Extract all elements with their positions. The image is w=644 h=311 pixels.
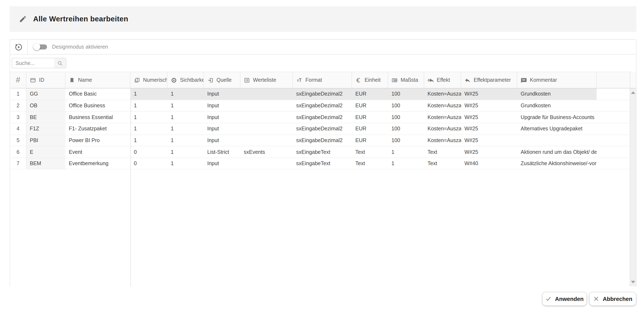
cell-format[interactable]: sxEingabeDezimal2: [293, 135, 352, 146]
cell-sichtbarkeit[interactable]: 1: [168, 158, 204, 169]
cell-numerisch[interactable]: 1: [130, 135, 168, 146]
cell-id[interactable]: GG: [26, 88, 66, 100]
cell-einheit[interactable]: EUR: [352, 100, 388, 111]
column-header-sichtbarkeit[interactable]: Sichtbarke: [168, 72, 204, 88]
cell-effekt[interactable]: Kosten=Ausza...: [424, 100, 461, 111]
cell-effektparameter[interactable]: W#25: [461, 146, 517, 157]
cell-kommentar[interactable]: Aktionen rund um das Objekt/ den ...: [517, 146, 596, 157]
cell-sichtbarkeit[interactable]: 1: [168, 135, 204, 146]
cell-name[interactable]: F1- Zusatzpaket: [66, 123, 130, 134]
cell-id[interactable]: BEM: [26, 158, 66, 169]
column-header-effekt[interactable]: Effekt: [424, 72, 461, 88]
cell-effekt[interactable]: Kosten=Ausza...: [424, 112, 461, 123]
vertical-scrollbar[interactable]: [630, 72, 636, 286]
cell-kommentar[interactable]: Zusätzliche Aktionshinweise/-vors...: [517, 158, 596, 169]
cell-kommentar[interactable]: [517, 135, 596, 146]
table-row[interactable]: 7BEMEventbemerkung01InputsxEingabeTextTe…: [10, 158, 636, 170]
history-restore-icon[interactable]: [10, 40, 27, 54]
column-header-massstab[interactable]: Maßsta: [388, 72, 424, 88]
cell-kommentar[interactable]: Upgrade für Business-Accounts: [517, 112, 596, 123]
cell-kommentar[interactable]: Grundkosten: [517, 100, 596, 111]
scrollbar-track[interactable]: [630, 88, 636, 286]
cell-effektparameter[interactable]: W#25: [461, 135, 517, 146]
column-header-id[interactable]: ID: [26, 72, 66, 88]
cell-effekt[interactable]: Text: [424, 146, 461, 157]
cell-quelle[interactable]: Input: [204, 123, 240, 134]
cell-werteliste[interactable]: [240, 88, 293, 100]
cell-format[interactable]: sxEingabeText: [293, 158, 352, 169]
cell-sichtbarkeit[interactable]: 1: [168, 146, 204, 157]
cell-kommentar[interactable]: Grundkosten: [517, 88, 596, 100]
column-header-einheit[interactable]: Einheit: [352, 72, 388, 88]
cell-numerisch[interactable]: 0: [130, 158, 168, 169]
cell-massstab[interactable]: 100: [388, 123, 424, 134]
cell-quelle[interactable]: Input: [204, 112, 240, 123]
table-row[interactable]: 3BEBusiness Essential11InputsxEingabeDez…: [10, 112, 636, 123]
cell-einheit[interactable]: EUR: [352, 123, 388, 134]
cell-effekt[interactable]: Kosten=Ausza...: [424, 123, 461, 134]
cell-numerisch[interactable]: 1: [130, 88, 168, 100]
scroll-up-icon[interactable]: [631, 91, 635, 94]
cell-id[interactable]: BE: [26, 112, 66, 123]
cell-werteliste[interactable]: [240, 135, 293, 146]
column-header-werteliste[interactable]: Werteliste: [240, 72, 293, 88]
cell-quelle[interactable]: Input: [204, 100, 240, 111]
search-input[interactable]: [12, 58, 54, 68]
cell-numerisch[interactable]: 0: [130, 146, 168, 157]
cell-effektparameter[interactable]: W#25: [461, 112, 517, 123]
cell-numerisch[interactable]: 1: [130, 112, 168, 123]
cell-name[interactable]: Eventbemerkung: [66, 158, 130, 169]
cell-num[interactable]: 7: [10, 158, 26, 169]
search-icon[interactable]: [54, 58, 66, 68]
cell-id[interactable]: PBI: [26, 135, 66, 146]
cell-quelle[interactable]: Input: [204, 135, 240, 146]
cell-name[interactable]: Power BI Pro: [66, 135, 130, 146]
table-row[interactable]: 1GGOffice Basic11InputsxEingabeDezimal2E…: [10, 88, 636, 100]
table-row[interactable]: 5PBIPower BI Pro11InputsxEingabeDezimal2…: [10, 135, 636, 146]
cell-num[interactable]: 1: [10, 88, 26, 100]
cell-massstab[interactable]: 100: [388, 135, 424, 146]
cell-numerisch[interactable]: 1: [130, 123, 168, 134]
cell-id[interactable]: OB: [26, 100, 66, 111]
cell-werteliste[interactable]: [240, 123, 293, 134]
cell-effektparameter[interactable]: W#25: [461, 123, 517, 134]
cancel-button[interactable]: Abbrechen: [590, 292, 636, 306]
column-header-num[interactable]: #..: [10, 72, 26, 88]
cell-sichtbarkeit[interactable]: 1: [168, 100, 204, 111]
apply-button[interactable]: Anwenden: [542, 292, 586, 306]
cell-einheit[interactable]: EUR: [352, 112, 388, 123]
cell-effektparameter[interactable]: W#25: [461, 100, 517, 111]
cell-id[interactable]: F1Z: [26, 123, 66, 134]
cell-num[interactable]: 5: [10, 135, 26, 146]
cell-name[interactable]: Office Basic: [66, 88, 130, 100]
column-header-kommentar[interactable]: Kommentar: [517, 72, 596, 88]
cell-werteliste[interactable]: sxEvents: [240, 146, 293, 157]
cell-format[interactable]: sxEingabeText: [293, 146, 352, 157]
table-row[interactable]: 2OBOffice Business11InputsxEingabeDezima…: [10, 100, 636, 111]
cell-name[interactable]: Business Essential: [66, 112, 130, 123]
cell-effektparameter[interactable]: W#25: [461, 88, 517, 100]
cell-sichtbarkeit[interactable]: 1: [168, 88, 204, 100]
cell-num[interactable]: 6: [10, 146, 26, 157]
cell-einheit[interactable]: EUR: [352, 135, 388, 146]
cell-format[interactable]: sxEingabeDezimal2: [293, 88, 352, 100]
cell-format[interactable]: sxEingabeDezimal2: [293, 100, 352, 111]
column-header-numerisch[interactable]: Numerisch: [130, 72, 168, 88]
cell-name[interactable]: Office Business: [66, 100, 130, 111]
cell-num[interactable]: 4: [10, 123, 26, 134]
cell-format[interactable]: sxEingabeDezimal2: [293, 123, 352, 134]
column-resize-grip[interactable]: ..: [22, 82, 25, 86]
cell-id[interactable]: E: [26, 146, 66, 157]
cell-einheit[interactable]: Text: [352, 146, 388, 157]
cell-num[interactable]: 3: [10, 112, 26, 123]
cell-quelle[interactable]: Input: [204, 88, 240, 100]
column-header-quelle[interactable]: Quelle: [204, 72, 240, 88]
cell-quelle[interactable]: Input: [204, 158, 240, 169]
cell-numerisch[interactable]: 1: [130, 100, 168, 111]
cell-quelle[interactable]: List-Strict: [204, 146, 240, 157]
column-header-effektparameter[interactable]: Effektparameter: [461, 72, 517, 88]
cell-kommentar[interactable]: Alternatives Upgradepaket: [517, 123, 596, 134]
cell-werteliste[interactable]: [240, 158, 293, 169]
column-header-format[interactable]: Format: [293, 72, 352, 88]
cell-massstab[interactable]: 100: [388, 112, 424, 123]
